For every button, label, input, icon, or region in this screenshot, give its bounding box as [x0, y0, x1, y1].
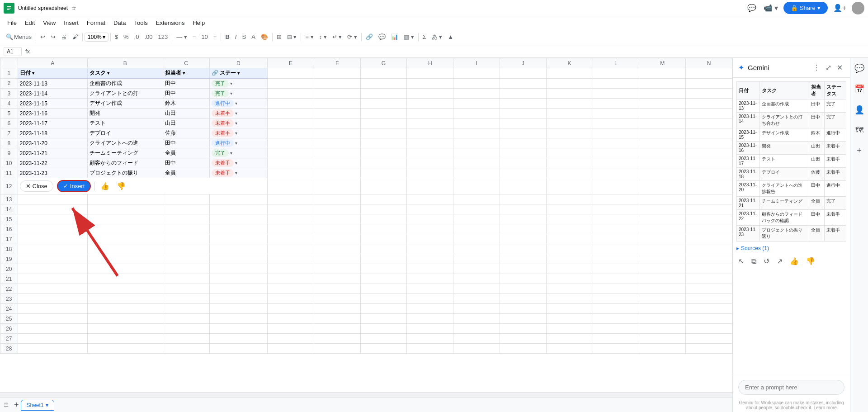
cell-l12[interactable]	[593, 178, 639, 194]
cell-g5[interactable]	[360, 109, 407, 118]
cell-a2[interactable]: 2023-11-13	[18, 78, 87, 89]
cell-19-4[interactable]	[268, 254, 314, 264]
cell-16-2[interactable]	[163, 224, 209, 234]
cell-e9[interactable]	[268, 148, 314, 158]
close-button[interactable]: ✕ Close	[20, 180, 53, 192]
cell-k10[interactable]	[546, 158, 593, 168]
cell-26-11[interactable]	[593, 324, 639, 334]
cell-16-0[interactable]	[18, 224, 87, 234]
cell-21-1[interactable]	[87, 274, 163, 284]
chat-sidebar-icon[interactable]: 💬	[853, 62, 866, 75]
cell-24-11[interactable]	[593, 304, 639, 314]
cell-h8[interactable]	[407, 138, 453, 148]
col-header-f[interactable]: F	[314, 58, 360, 68]
cell-26-5[interactable]	[314, 324, 360, 334]
gemini-refresh-button[interactable]: ↺	[762, 255, 771, 267]
cell-j8[interactable]	[500, 138, 546, 148]
cell-h12[interactable]	[407, 178, 453, 194]
cell-e8[interactable]	[268, 138, 314, 148]
cell-b7[interactable]: デプロイ	[87, 128, 163, 138]
cell-14-8[interactable]	[453, 204, 500, 214]
cell-27-9[interactable]	[500, 334, 546, 344]
cell-19-9[interactable]	[500, 254, 546, 264]
cell-19-5[interactable]	[314, 254, 360, 264]
cell-a9[interactable]: 2023-11-21	[18, 148, 87, 158]
cell-16-10[interactable]	[546, 224, 593, 234]
cell-c7[interactable]: 佐藤	[163, 128, 209, 138]
col-header-d[interactable]: D	[209, 58, 267, 68]
cell-l7[interactable]	[593, 128, 639, 138]
cell-21-3[interactable]	[209, 274, 267, 284]
cell-h5[interactable]	[407, 109, 453, 118]
cell-15-0[interactable]	[18, 214, 87, 224]
sources-link[interactable]: ▸ Sources (1)	[736, 242, 846, 253]
link-button[interactable]: 🔗	[363, 32, 375, 42]
cell-k8[interactable]	[546, 138, 593, 148]
cell-17-4[interactable]	[268, 234, 314, 244]
menu-data[interactable]: Data	[110, 19, 129, 27]
cell-16-6[interactable]	[360, 224, 407, 234]
cell-b8[interactable]: クライアントへの進	[87, 138, 163, 148]
cell-d8[interactable]: 進行中 ▾	[209, 138, 267, 148]
cell-20-1[interactable]	[87, 264, 163, 274]
cell-c9[interactable]: 全員	[163, 148, 209, 158]
cell-m11[interactable]	[639, 168, 686, 178]
cell-15-2[interactable]	[163, 214, 209, 224]
cell-23-6[interactable]	[360, 294, 407, 304]
decimal-decrease-button[interactable]: .0	[132, 32, 142, 42]
cell-16-12[interactable]	[639, 224, 686, 234]
cell-17-7[interactable]	[407, 234, 453, 244]
cell-13-10[interactable]	[546, 194, 593, 204]
cell-22-6[interactable]	[360, 284, 407, 294]
cell-l6[interactable]	[593, 118, 639, 128]
cell-15-8[interactable]	[453, 214, 500, 224]
cell-23-3[interactable]	[209, 294, 267, 304]
cell-26-8[interactable]	[453, 324, 500, 334]
font-decrease-button[interactable]: −	[190, 32, 198, 42]
cell-g11[interactable]	[360, 168, 407, 178]
cell-n10[interactable]	[686, 158, 732, 168]
cell-15-7[interactable]	[407, 214, 453, 224]
cell-d9[interactable]: 完了 ▾	[209, 148, 267, 158]
header-assignee[interactable]: 担当者 ▾	[163, 68, 209, 79]
rotate-button[interactable]: ⟳ ▾	[345, 32, 359, 42]
cell-14-2[interactable]	[163, 204, 209, 214]
cell-m12[interactable]	[639, 178, 686, 194]
cell-i7[interactable]	[453, 128, 500, 138]
cell-19-3[interactable]	[209, 254, 267, 264]
cell-j4[interactable]	[500, 99, 546, 109]
cell-e7[interactable]	[268, 128, 314, 138]
cell-n6[interactable]	[686, 118, 732, 128]
gemini-go-back-button[interactable]: ↖	[736, 255, 746, 267]
bold-button[interactable]: B	[223, 32, 231, 42]
cell-j3[interactable]	[500, 89, 546, 99]
cell-20-5[interactable]	[314, 264, 360, 274]
cell-21-10[interactable]	[546, 274, 593, 284]
cell-23-4[interactable]	[268, 294, 314, 304]
cell-26-4[interactable]	[268, 324, 314, 334]
cell-22-8[interactable]	[453, 284, 500, 294]
filter-button[interactable]: ▥ ▾	[401, 32, 416, 42]
cell-13-6[interactable]	[360, 194, 407, 204]
cell-d2[interactable]: 完了 ▾	[209, 78, 267, 89]
cell-24-5[interactable]	[314, 304, 360, 314]
cell-18-6[interactable]	[360, 244, 407, 254]
cell-14-13[interactable]	[686, 204, 732, 214]
cell-14-10[interactable]	[546, 204, 593, 214]
cell-a11[interactable]: 2023-11-23	[18, 168, 87, 178]
cell-e10[interactable]	[268, 158, 314, 168]
cell-13-1[interactable]	[87, 194, 163, 204]
cell-n1[interactable]	[686, 68, 732, 79]
cell-23-11[interactable]	[593, 294, 639, 304]
cell-h9[interactable]	[407, 148, 453, 158]
cell-k11[interactable]	[546, 168, 593, 178]
cell-h1[interactable]	[407, 68, 453, 79]
header-date[interactable]: 日付 ▾	[18, 68, 87, 79]
cell-l5[interactable]	[593, 109, 639, 118]
cell-f9[interactable]	[314, 148, 360, 158]
cell-f8[interactable]	[314, 138, 360, 148]
cell-m10[interactable]	[639, 158, 686, 168]
cell-i4[interactable]	[453, 99, 500, 109]
cell-14-3[interactable]	[209, 204, 267, 214]
col-header-a[interactable]: A	[18, 58, 87, 68]
